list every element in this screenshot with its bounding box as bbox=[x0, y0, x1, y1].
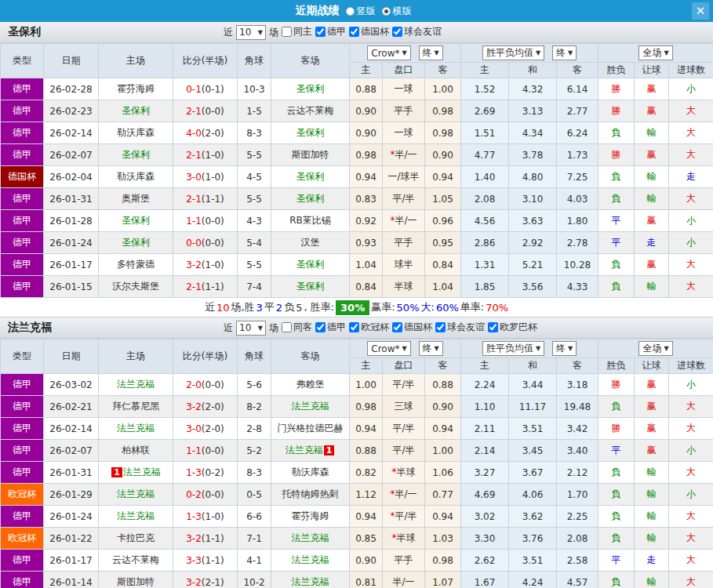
home-team-cell: 拜仁慕尼黑 bbox=[99, 396, 173, 418]
team-label: 柏林联 bbox=[122, 445, 150, 456]
filter-checkbox[interactable]: 球会友谊 bbox=[392, 25, 442, 38]
avg-type-select[interactable]: 胜平负均值▼ bbox=[482, 45, 544, 60]
layout-radio-vertical[interactable]: 竖版 bbox=[346, 5, 376, 18]
halftime-score: (2-0) bbox=[202, 128, 224, 139]
odds-stage-value: 终 bbox=[423, 46, 432, 60]
home-team-cell: 1法兰克福 bbox=[99, 462, 173, 484]
checkbox-input[interactable] bbox=[282, 27, 292, 37]
checkbox-input[interactable] bbox=[315, 27, 326, 37]
team-label: 法兰克福 bbox=[117, 379, 155, 390]
away-odds: 1.07 bbox=[425, 572, 461, 588]
team-label: 多特蒙德 bbox=[117, 259, 155, 270]
filter-checkbox[interactable]: 德甲 bbox=[315, 25, 346, 38]
checkbox-input[interactable] bbox=[435, 322, 446, 332]
result-goals: 小 bbox=[669, 78, 713, 100]
checkbox-input[interactable] bbox=[349, 322, 359, 332]
radio-horizontal-label: 横版 bbox=[393, 5, 412, 18]
home-team-cell: 法兰克福 bbox=[99, 506, 173, 528]
games-count-select[interactable]: 10 ▼ bbox=[236, 321, 266, 336]
fulltime-select[interactable]: 全场▼ bbox=[638, 45, 672, 60]
checkbox-label: 德国杯 bbox=[404, 321, 432, 334]
summary-segment: 近 bbox=[205, 300, 215, 314]
score-cell: 4-0(2-0) bbox=[173, 122, 238, 144]
result-winloss: 負 bbox=[598, 396, 635, 418]
odds-company-select[interactable]: Crow*▼ bbox=[367, 341, 410, 356]
odds-company-select[interactable]: Crow*▼ bbox=[367, 45, 410, 60]
col-home: 主场 bbox=[99, 339, 173, 374]
filter-checkbox[interactable]: 同主 bbox=[282, 25, 312, 38]
odds-stage-select[interactable]: 终▼ bbox=[419, 45, 443, 60]
odds-stage-select[interactable]: 终▼ bbox=[419, 341, 443, 356]
result-handicap: 輸 bbox=[635, 166, 669, 188]
summary-segment: 60% bbox=[436, 302, 459, 314]
close-button[interactable]: ✕ bbox=[692, 2, 709, 20]
result-winloss: 負 bbox=[598, 462, 635, 484]
checkbox-input[interactable] bbox=[392, 27, 402, 37]
filter-checkbox[interactable]: 德甲 bbox=[315, 321, 346, 334]
chevron-down-icon: ▼ bbox=[664, 49, 668, 56]
filter-checkbox[interactable]: 球会友谊 bbox=[435, 321, 485, 334]
result-winloss: 勝 bbox=[598, 418, 635, 440]
recent-results-panel: 近期战绩 竖版 横版 ✕ 圣保利 近 10 ▼ 场 同主德甲德国杯球会友谊 bbox=[0, 0, 713, 588]
team-label: 云达不莱梅 bbox=[112, 554, 159, 565]
filter-checkbox[interactable]: 德国杯 bbox=[349, 25, 389, 38]
radio-unchecked-icon[interactable] bbox=[346, 7, 355, 16]
checkbox-label: 同主 bbox=[293, 25, 312, 38]
filter-checkbox[interactable]: 同客 bbox=[282, 321, 312, 334]
fulltime-score: 3-0 bbox=[186, 423, 202, 434]
avg-stage-select[interactable]: 终▼ bbox=[552, 341, 577, 356]
checkbox-input[interactable] bbox=[392, 322, 402, 332]
handicap-cell: *半球 bbox=[383, 528, 425, 550]
corners-cell: 5-4 bbox=[238, 232, 271, 254]
checkbox-input[interactable] bbox=[488, 322, 498, 332]
fulltime-score: 1-1 bbox=[186, 445, 202, 456]
checkbox-input[interactable] bbox=[282, 322, 292, 332]
fulltime-score: 2-1 bbox=[186, 106, 202, 117]
checkbox-label: 德甲 bbox=[327, 25, 346, 38]
avg-draw-odds: 3.45 bbox=[509, 440, 557, 462]
radio-checked-icon[interactable] bbox=[382, 7, 391, 16]
red-card-badge: 1 bbox=[324, 445, 335, 456]
score-cell: 0-2(0-0) bbox=[173, 484, 238, 506]
league-badge: 德甲 bbox=[1, 440, 44, 462]
result-winloss: 負 bbox=[598, 572, 635, 588]
away-team-cell: 圣保利 bbox=[271, 166, 350, 188]
halftime-score: (0-2) bbox=[202, 467, 224, 478]
result-goals: 大 bbox=[669, 418, 713, 440]
chevron-down-icon: ▼ bbox=[435, 345, 439, 352]
layout-radio-horizontal[interactable]: 横版 bbox=[382, 5, 412, 18]
games-count-select[interactable]: 10 ▼ bbox=[236, 25, 266, 40]
odds-header-cell: Crow*▼ 终▼ bbox=[350, 44, 461, 63]
panel-title: 近期战绩 bbox=[296, 4, 340, 18]
checkbox-input[interactable] bbox=[349, 27, 359, 37]
filter-checkbox[interactable]: 德国杯 bbox=[392, 321, 432, 334]
corners-cell: 4-1 bbox=[238, 550, 271, 572]
league-badge: 欧冠杯 bbox=[1, 528, 44, 550]
match-row: 德甲26-02-21拜仁慕尼黑3-2(2-0)8-2法兰克福0.98三球0.90… bbox=[1, 396, 713, 418]
result-goals: 大 bbox=[669, 188, 713, 210]
avg-type-select[interactable]: 胜平负均值▼ bbox=[482, 341, 544, 356]
halftime-score: (0-0) bbox=[202, 216, 224, 227]
match-date: 26-01-17 bbox=[44, 550, 99, 572]
col-away: 客场 bbox=[271, 339, 350, 374]
result-handicap: 赢 bbox=[635, 374, 669, 396]
result-winloss: 平 bbox=[598, 550, 635, 572]
away-odds: 1.04 bbox=[425, 276, 461, 298]
checkbox-input[interactable] bbox=[315, 322, 326, 332]
fulltime-select[interactable]: 全场▼ bbox=[638, 341, 672, 356]
sub-result: 胜负 bbox=[598, 358, 635, 374]
league-badge: 德甲 bbox=[1, 276, 44, 298]
filter-checkbox[interactable]: 欧冠杯 bbox=[349, 321, 389, 334]
league-badge: 德甲 bbox=[1, 100, 44, 122]
halftime-score: (0-1) bbox=[202, 84, 224, 95]
team-label: 斯图加特 bbox=[292, 149, 329, 160]
away-team-cell: 圣保利 bbox=[271, 78, 350, 100]
avg-stage-select[interactable]: 终▼ bbox=[552, 45, 577, 60]
result-winloss: 負 bbox=[598, 122, 635, 144]
fulltime-score: 1-3 bbox=[186, 467, 202, 478]
filter-checkbox[interactable]: 欧罗巴杯 bbox=[488, 321, 537, 334]
avg-type-value: 胜平负均值 bbox=[486, 342, 533, 355]
result-handicap: 輸 bbox=[635, 572, 669, 588]
sub-away: 客 bbox=[425, 63, 461, 78]
home-odds: 0.98 bbox=[350, 144, 383, 166]
